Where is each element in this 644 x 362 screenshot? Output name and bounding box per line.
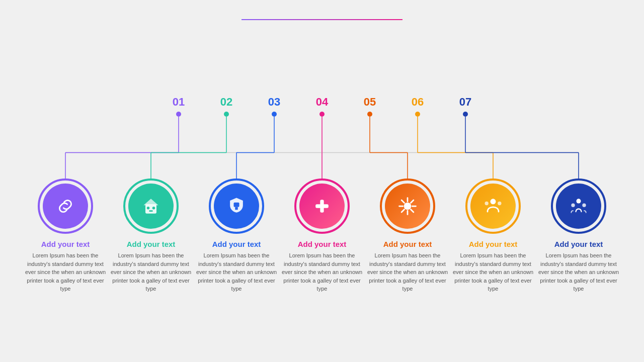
circle-inner-2 (128, 184, 174, 229)
circle-outer-1 (38, 178, 93, 234)
circle-outer-4 (294, 178, 350, 234)
header (242, 15, 403, 20)
category-item-4: Add your text Lorem Ipsum has been the i… (279, 178, 365, 293)
cat-title-3: Add your text (212, 240, 261, 248)
diagram-area: 01 02 03 04 05 06 07 Add your text Lorem… (0, 85, 644, 327)
num-dot-4 (319, 112, 325, 117)
circle-inner-6 (470, 184, 516, 229)
number-5: 05 (346, 96, 394, 117)
cat-desc-3: Lorem Ipsum has been the industry's stan… (194, 251, 279, 293)
num-label-2: 02 (220, 96, 232, 109)
category-item-6: Add your text Lorem Ipsum has been the i… (450, 178, 536, 293)
num-dot-2 (224, 112, 229, 117)
svg-point-43 (571, 204, 575, 207)
cat-title-5: Add your text (383, 240, 432, 248)
svg-line-38 (401, 209, 405, 212)
cat-desc-4: Lorem Ipsum has been the industry's stan… (279, 251, 365, 293)
svg-point-40 (485, 202, 489, 205)
circle-outer-2 (123, 178, 179, 234)
svg-point-30 (404, 203, 412, 210)
svg-point-41 (498, 202, 501, 205)
numbers-row: 01 02 03 04 05 06 07 (0, 96, 644, 117)
num-label-1: 01 (173, 96, 185, 109)
number-1: 01 (155, 96, 203, 117)
svg-rect-25 (149, 210, 152, 212)
num-label-4: 04 (316, 96, 328, 109)
circle-inner-4 (299, 184, 345, 229)
cat-desc-5: Lorem Ipsum has been the industry's stan… (365, 251, 450, 293)
svg-line-35 (401, 200, 405, 203)
number-7: 07 (442, 96, 490, 117)
num-label-7: 07 (459, 96, 471, 109)
header-line (242, 19, 403, 20)
number-2: 02 (203, 96, 251, 117)
circle-inner-7 (556, 184, 601, 229)
svg-marker-22 (143, 199, 158, 205)
svg-rect-29 (315, 204, 329, 208)
num-label-3: 03 (268, 96, 280, 109)
svg-point-24 (152, 207, 155, 210)
num-dot-6 (415, 112, 420, 117)
cat-title-2: Add your text (127, 240, 176, 248)
circle-outer-3 (209, 178, 264, 234)
cat-title-4: Add your text (298, 240, 347, 248)
num-label-6: 06 (412, 96, 424, 109)
circle-inner-1 (43, 184, 88, 229)
circle-outer-5 (380, 178, 435, 234)
icon-3 (225, 195, 248, 217)
num-dot-5 (367, 112, 372, 117)
icon-2 (140, 195, 162, 217)
number-4: 04 (298, 96, 346, 117)
icon-4 (311, 195, 333, 217)
number-6: 06 (394, 96, 442, 117)
category-item-7: Add your text Lorem Ipsum has been the i… (536, 178, 621, 293)
cat-desc-1: Lorem Ipsum has been the industry's stan… (23, 251, 108, 293)
circle-inner-5 (385, 184, 430, 229)
cat-title-6: Add your text (469, 240, 518, 248)
num-dot-3 (272, 112, 277, 117)
svg-point-23 (147, 207, 150, 210)
svg-line-36 (411, 209, 414, 212)
slide: 01 02 03 04 05 06 07 Add your text Lorem… (0, 0, 644, 362)
cat-desc-6: Lorem Ipsum has been the industry's stan… (450, 251, 536, 293)
svg-rect-21 (145, 204, 156, 213)
circle-inner-3 (214, 184, 259, 229)
svg-point-39 (491, 199, 496, 204)
category-item-1: Add your text Lorem Ipsum has been the i… (23, 178, 108, 293)
svg-point-44 (582, 204, 586, 207)
num-label-5: 05 (364, 96, 376, 109)
circle-outer-6 (465, 178, 521, 234)
category-item-3: Add your text Lorem Ipsum has been the i… (194, 178, 279, 293)
circle-outer-7 (551, 178, 606, 234)
icon-6 (482, 195, 504, 217)
num-dot-1 (176, 112, 181, 117)
cat-title-1: Add your text (41, 240, 90, 248)
svg-line-37 (411, 200, 414, 203)
num-dot-7 (463, 112, 468, 117)
category-item-5: Add your text Lorem Ipsum has been the i… (365, 178, 450, 293)
icon-1 (54, 195, 76, 217)
cat-title-7: Add your text (554, 240, 603, 248)
icon-7 (568, 195, 590, 217)
number-3: 03 (251, 96, 298, 117)
cat-desc-7: Lorem Ipsum has been the industry's stan… (536, 251, 621, 293)
category-item-2: Add your text Lorem Ipsum has been the i… (108, 178, 194, 293)
svg-rect-27 (235, 207, 238, 210)
svg-point-42 (576, 199, 581, 203)
svg-rect-26 (234, 203, 239, 207)
categories-row: Add your text Lorem Ipsum has been the i… (0, 178, 644, 293)
cat-desc-2: Lorem Ipsum has been the industry's stan… (108, 251, 194, 293)
icon-5 (396, 195, 419, 217)
